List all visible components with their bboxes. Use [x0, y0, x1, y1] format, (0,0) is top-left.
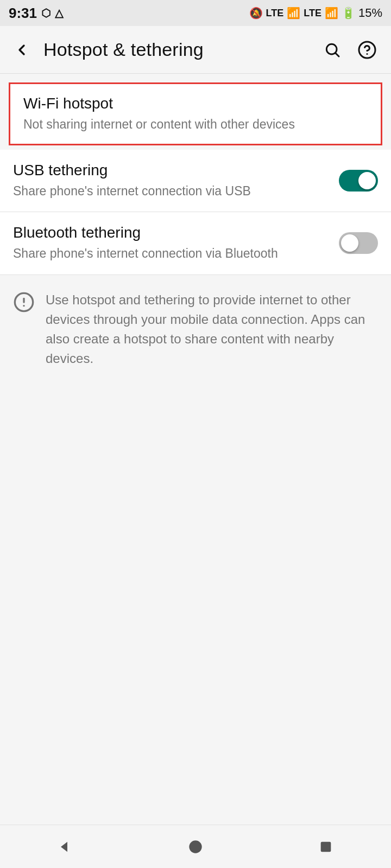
info-section: Use hotspot and tethering to provide int… — [0, 275, 391, 384]
usb-icon: ⬡ — [41, 7, 51, 20]
signal2-icon: 📶 — [325, 7, 338, 20]
svg-point-8 — [189, 840, 201, 853]
wifi-hotspot-subtitle: Not sharing internet or content with oth… — [23, 116, 368, 133]
bluetooth-tethering-toggle-container — [339, 232, 378, 254]
bluetooth-tethering-toggle[interactable] — [339, 232, 378, 254]
search-button[interactable] — [317, 35, 348, 65]
bluetooth-tethering-title: Bluetooth tethering — [13, 224, 330, 241]
status-bar: 9:31 ⬡ △ 🔕 LTE 📶 LTE 📶 🔋 15% — [0, 0, 391, 26]
usb-tethering-text: USB tethering Share phone's internet con… — [13, 162, 330, 200]
status-time: 9:31 — [9, 5, 37, 22]
content: Wi-Fi hotspot Not sharing internet or co… — [0, 74, 391, 825]
bluetooth-tethering-toggle-thumb — [341, 234, 358, 252]
nav-back-button[interactable] — [43, 831, 87, 863]
help-button[interactable] — [352, 35, 382, 65]
wifi-hotspot-item[interactable]: Wi-Fi hotspot Not sharing internet or co… — [9, 82, 382, 145]
usb-tethering-toggle[interactable] — [339, 170, 378, 192]
usb-tethering-subtitle: Share phone's internet connection via US… — [13, 182, 330, 200]
usb-tethering-toggle-thumb — [358, 172, 376, 189]
info-icon — [13, 291, 35, 315]
svg-line-1 — [336, 53, 339, 56]
bluetooth-tethering-item[interactable]: Bluetooth tethering Share phone's intern… — [0, 212, 391, 274]
app-bar-actions — [317, 35, 382, 65]
lte-icon: LTE — [304, 8, 321, 19]
bluetooth-tethering-text: Bluetooth tethering Share phone's intern… — [13, 224, 330, 262]
back-button[interactable] — [9, 37, 35, 63]
page-title: Hotspot & tethering — [43, 39, 308, 60]
usb-tethering-toggle-container — [339, 170, 378, 192]
signal-icon: 📶 — [287, 7, 300, 20]
svg-rect-9 — [321, 841, 331, 852]
app-bar: Hotspot & tethering — [0, 26, 391, 74]
info-text: Use hotspot and tethering to provide int… — [46, 290, 378, 368]
battery-icon: 🔋 — [342, 7, 355, 20]
voice-lte-icon: LTE — [266, 8, 284, 19]
usb-tethering-title: USB tethering — [13, 162, 330, 179]
battery-percent: 15% — [358, 6, 382, 20]
status-left: 9:31 ⬡ △ — [9, 5, 63, 22]
bluetooth-tethering-subtitle: Share phone's internet connection via Bl… — [13, 245, 330, 262]
settings-group: USB tethering Share phone's internet con… — [0, 150, 391, 274]
warning-icon: △ — [55, 7, 63, 20]
status-right: 🔕 LTE 📶 LTE 📶 🔋 15% — [249, 6, 382, 20]
nav-bar — [0, 825, 391, 868]
usb-tethering-item[interactable]: USB tethering Share phone's internet con… — [0, 150, 391, 212]
mute-icon: 🔕 — [249, 7, 263, 20]
nav-recent-button[interactable] — [304, 831, 348, 863]
wifi-hotspot-title: Wi-Fi hotspot — [23, 95, 368, 112]
svg-marker-7 — [61, 841, 67, 852]
nav-home-button[interactable] — [174, 831, 217, 863]
